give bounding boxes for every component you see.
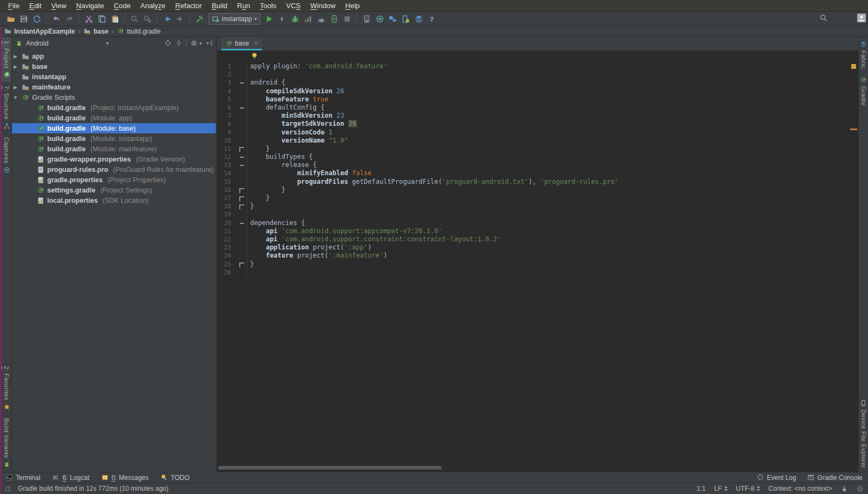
code-line-12[interactable]: 12 buildTypes {	[217, 153, 850, 161]
tree-item-gradle-wrapper-properties-gradle-version[interactable]: gradle-wrapper.properties(Gradle Version…	[12, 154, 216, 164]
fold-marker-icon[interactable]	[231, 153, 247, 161]
tree-item-build-gradle-module-app[interactable]: build.gradle(Module: app)	[12, 113, 216, 123]
fold-marker-icon[interactable]	[231, 186, 247, 194]
locate-file-icon[interactable]	[164, 40, 171, 47]
menu-item-navigate[interactable]: Navigate	[71, 0, 108, 12]
code-line-14[interactable]: 14 minifyEnabled false	[217, 169, 850, 177]
bottom-item-event-log[interactable]: Event Log	[757, 474, 796, 482]
run-configuration-selector[interactable]: instantapp▾	[208, 13, 260, 25]
coverage-button[interactable]	[302, 13, 315, 25]
back-button[interactable]	[161, 13, 174, 25]
hammer-button[interactable]	[193, 13, 206, 25]
caret-position[interactable]: 1:1	[697, 485, 706, 492]
fold-marker-icon[interactable]	[231, 79, 247, 87]
tree-expand-arrow-icon[interactable]: ▶	[12, 85, 19, 90]
close-icon[interactable]: ×	[254, 40, 258, 47]
tree-expand-arrow-icon[interactable]: ▶	[12, 54, 19, 59]
menu-item-edit[interactable]: Edit	[24, 0, 46, 12]
layers-button[interactable]	[412, 13, 425, 25]
code-line-16[interactable]: 16 }	[217, 186, 850, 194]
menu-item-view[interactable]: View	[46, 0, 71, 12]
find-button[interactable]	[128, 13, 141, 25]
search-everywhere-icon[interactable]	[819, 14, 828, 22]
code-line-19[interactable]: 19	[217, 210, 850, 219]
code-line-3[interactable]: 3android {	[217, 79, 850, 87]
line-separator[interactable]: LF	[714, 485, 727, 492]
code-line-20[interactable]: 20dependencies {	[217, 219, 850, 227]
intention-bulb-icon[interactable]	[251, 52, 258, 60]
chevron-down-icon[interactable]: ▾	[106, 40, 108, 46]
run-button[interactable]	[263, 13, 276, 25]
avatar[interactable]	[857, 14, 866, 22]
tree-expand-arrow-icon[interactable]: ▶	[12, 64, 19, 69]
code-editor[interactable]: 1apply plugin: 'com.android.feature'23an…	[217, 50, 850, 472]
fold-marker-icon[interactable]	[231, 260, 247, 268]
sdk-button[interactable]	[386, 13, 399, 25]
code-line-10[interactable]: 10 versionName "1.0"	[217, 137, 850, 145]
tree-item-mainfeature[interactable]: ▶mainfeature	[12, 82, 216, 92]
tree-item-settings-gradle-project-settings[interactable]: settings.gradle(Project Settings)	[12, 185, 216, 195]
project-view-selector[interactable]: Android	[26, 40, 48, 47]
menu-item-help[interactable]: Help	[340, 0, 365, 12]
tree-item-proguard-rules-pro-proguard-rules-for-mainfeature[interactable]: proguard-rules.pro(ProGuard Rules for ma…	[12, 164, 216, 175]
save-button[interactable]	[17, 13, 30, 25]
bottom-tab-0-messages[interactable]: 0: Messages	[101, 474, 149, 482]
bottom-tab-todo[interactable]: TODO	[161, 474, 189, 482]
menu-item-analyze[interactable]: Analyze	[136, 0, 170, 12]
editor-tab-base[interactable]: base×	[221, 37, 262, 50]
tool-window-button-build-variants[interactable]: Build Variants	[2, 414, 11, 472]
menu-item-vcs[interactable]: VCS	[281, 0, 305, 12]
encoding[interactable]: UTF-8	[736, 485, 760, 492]
gear-icon[interactable]	[190, 40, 197, 47]
profiler-button[interactable]	[315, 13, 328, 25]
code-line-26[interactable]: 26	[217, 268, 850, 277]
fold-marker-icon[interactable]	[231, 161, 247, 169]
gradlesync-button[interactable]	[373, 13, 386, 25]
forward-button[interactable]	[174, 13, 187, 25]
code-line-21[interactable]: 21 api 'com.android.support:appcompat-v7…	[217, 227, 850, 235]
editor-area[interactable]: base× 1apply plugin: 'com.android.featur…	[217, 37, 858, 472]
debug-button[interactable]	[289, 13, 302, 25]
inspections-profile-icon[interactable]	[857, 485, 864, 492]
hide-panel-icon[interactable]	[206, 40, 213, 47]
cut-button[interactable]	[82, 13, 95, 25]
fold-marker-icon[interactable]	[231, 219, 247, 227]
tool-window-button-captures[interactable]: Captures	[2, 133, 11, 177]
undo-button[interactable]	[50, 13, 63, 25]
menu-item-run[interactable]: Run	[232, 0, 255, 12]
menu-item-tools[interactable]: Tools	[255, 0, 281, 12]
tree-item-instantapp[interactable]: instantapp	[12, 72, 216, 82]
menu-item-build[interactable]: Build	[207, 0, 232, 12]
copy-button[interactable]	[95, 13, 108, 25]
fold-marker-icon[interactable]	[231, 202, 247, 210]
code-line-25[interactable]: 25}	[217, 260, 850, 268]
tool-window-button-7-structure[interactable]: 7: Structure	[2, 82, 11, 133]
caret-stripe-mark[interactable]	[850, 129, 857, 130]
code-line-23[interactable]: 23 application project(':app')	[217, 243, 850, 252]
code-line-9[interactable]: 9 versionCode 1	[217, 129, 850, 137]
code-line-11[interactable]: 11 }	[217, 145, 850, 153]
toggle-toolwindows-icon[interactable]	[4, 485, 11, 492]
bottom-item-gradle-console[interactable]: Gradle Console	[807, 474, 863, 482]
collapse-all-icon[interactable]	[175, 40, 182, 47]
code-line-22[interactable]: 22 api 'com.android.support.constraint:c…	[217, 235, 850, 243]
tool-window-button-gradle[interactable]: Gradle	[859, 73, 868, 110]
breadcrumb-item[interactable]: build.gradle	[117, 28, 161, 35]
tool-window-button-device-file-explorer[interactable]: Device File Explorer	[859, 396, 868, 472]
code-line-7[interactable]: 7 minSdkVersion 23	[217, 112, 850, 120]
code-line-18[interactable]: 18}	[217, 202, 850, 210]
attach-button[interactable]	[328, 13, 341, 25]
tree-item-base[interactable]: ▶base	[12, 61, 216, 72]
menu-item-code[interactable]: Code	[109, 0, 136, 12]
horizontal-scrollbar[interactable]	[218, 466, 442, 470]
fold-marker-icon[interactable]	[231, 194, 247, 202]
tree-item-build-gradle-module-base[interactable]: build.gradle(Module: base)	[12, 123, 216, 133]
breadcrumb-item[interactable]: base	[84, 28, 108, 35]
sync-button[interactable]	[30, 13, 43, 25]
tool-window-button-1-project[interactable]: 1: Project	[2, 37, 11, 82]
code-line-8[interactable]: 8 targetSdkVersion 26	[217, 120, 850, 128]
code-line-5[interactable]: 5 baseFeature true	[217, 95, 850, 104]
fold-marker-icon[interactable]	[231, 104, 247, 112]
warning-stripe-mark[interactable]	[851, 64, 856, 69]
paste-button[interactable]	[108, 13, 122, 25]
